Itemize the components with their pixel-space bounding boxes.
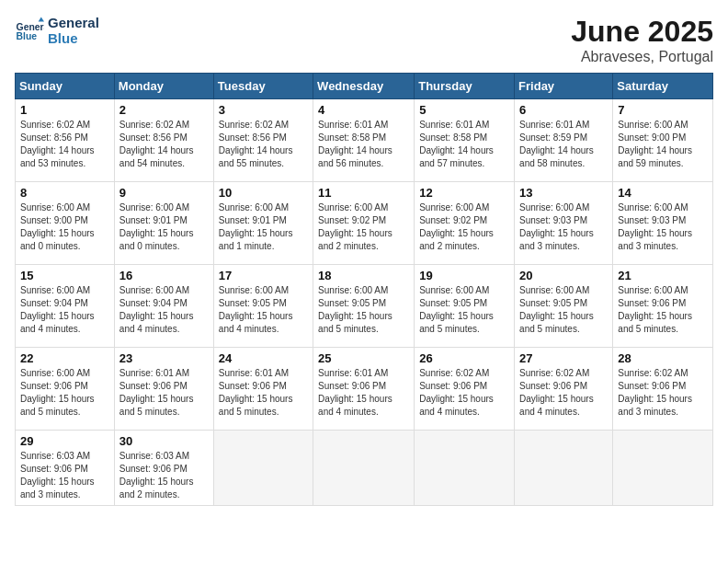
day-cell-20: 20Sunrise: 6:00 AMSunset: 9:05 PMDayligh… (515, 265, 613, 348)
day-number: 27 (519, 351, 608, 365)
day-cell-28: 28Sunrise: 6:02 AMSunset: 9:06 PMDayligh… (613, 348, 713, 431)
day-number: 26 (419, 351, 509, 365)
day-number: 21 (618, 269, 708, 282)
weekday-header-wednesday: Wednesday (313, 74, 415, 99)
day-info: Sunrise: 6:02 AMSunset: 8:56 PMDaylight:… (119, 119, 209, 170)
day-number: 7 (618, 103, 708, 117)
day-cell-27: 27Sunrise: 6:02 AMSunset: 9:06 PMDayligh… (515, 348, 613, 431)
day-number: 15 (20, 269, 109, 282)
day-info: Sunrise: 6:00 AMSunset: 9:05 PMDaylight:… (519, 284, 608, 336)
day-info: Sunrise: 6:00 AMSunset: 9:06 PMDaylight:… (20, 367, 109, 419)
weekday-header-friday: Friday (515, 74, 613, 99)
day-number: 18 (318, 269, 409, 282)
day-info: Sunrise: 6:02 AMSunset: 9:06 PMDaylight:… (618, 367, 708, 419)
day-number: 28 (618, 351, 708, 365)
day-info: Sunrise: 6:00 AMSunset: 9:04 PMDaylight:… (20, 284, 109, 336)
day-info: Sunrise: 6:00 AMSunset: 9:05 PMDaylight:… (318, 284, 409, 336)
day-info: Sunrise: 6:01 AMSunset: 8:58 PMDaylight:… (419, 119, 509, 170)
empty-cell (515, 431, 613, 506)
day-number: 4 (318, 103, 409, 117)
day-cell-15: 15Sunrise: 6:00 AMSunset: 9:04 PMDayligh… (16, 265, 115, 348)
day-info: Sunrise: 6:00 AMSunset: 9:00 PMDaylight:… (618, 119, 708, 170)
day-info: Sunrise: 6:00 AMSunset: 9:02 PMDaylight:… (419, 201, 509, 253)
day-number: 13 (519, 186, 608, 200)
day-cell-5: 5Sunrise: 6:01 AMSunset: 8:58 PMDaylight… (415, 99, 515, 182)
weekday-header-saturday: Saturday (613, 74, 713, 99)
day-info: Sunrise: 6:01 AMSunset: 9:06 PMDaylight:… (219, 367, 308, 419)
day-number: 3 (219, 103, 308, 117)
weekday-header-monday: Monday (114, 74, 213, 99)
day-cell-21: 21Sunrise: 6:00 AMSunset: 9:06 PMDayligh… (613, 265, 713, 348)
day-cell-11: 11Sunrise: 6:00 AMSunset: 9:02 PMDayligh… (313, 182, 415, 265)
day-info: Sunrise: 6:00 AMSunset: 9:04 PMDaylight:… (119, 284, 209, 336)
day-info: Sunrise: 6:00 AMSunset: 9:06 PMDaylight:… (618, 284, 708, 336)
day-cell-26: 26Sunrise: 6:02 AMSunset: 9:06 PMDayligh… (415, 348, 515, 431)
weekday-header-tuesday: Tuesday (213, 74, 313, 99)
day-cell-6: 6Sunrise: 6:01 AMSunset: 8:59 PMDaylight… (515, 99, 613, 182)
svg-marker-2 (39, 17, 44, 22)
day-number: 12 (419, 186, 509, 200)
svg-text:General: General (17, 22, 44, 32)
day-info: Sunrise: 6:02 AMSunset: 9:06 PMDaylight:… (519, 367, 608, 419)
day-number: 20 (519, 269, 608, 282)
week-row-4: 22Sunrise: 6:00 AMSunset: 9:06 PMDayligh… (16, 348, 713, 431)
day-info: Sunrise: 6:01 AMSunset: 9:06 PMDaylight:… (119, 367, 209, 419)
day-info: Sunrise: 6:03 AMSunset: 9:06 PMDaylight:… (119, 450, 209, 501)
day-number: 5 (419, 103, 509, 117)
day-number: 2 (119, 103, 209, 117)
day-number: 17 (219, 269, 308, 282)
day-number: 1 (20, 103, 109, 117)
day-number: 11 (318, 186, 409, 200)
day-cell-25: 25Sunrise: 6:01 AMSunset: 9:06 PMDayligh… (313, 348, 415, 431)
day-cell-19: 19Sunrise: 6:00 AMSunset: 9:05 PMDayligh… (415, 265, 515, 348)
day-number: 16 (119, 269, 209, 282)
day-info: Sunrise: 6:03 AMSunset: 9:06 PMDaylight:… (20, 450, 109, 501)
day-cell-12: 12Sunrise: 6:00 AMSunset: 9:02 PMDayligh… (415, 182, 515, 265)
day-number: 19 (419, 269, 509, 282)
day-number: 9 (119, 186, 209, 200)
logo-icon: General Blue (15, 16, 44, 45)
weekday-header-thursday: Thursday (415, 74, 515, 99)
empty-cell (613, 431, 713, 506)
empty-cell (415, 431, 515, 506)
week-row-5: 29Sunrise: 6:03 AMSunset: 9:06 PMDayligh… (16, 431, 713, 506)
day-cell-2: 2Sunrise: 6:02 AMSunset: 8:56 PMDaylight… (114, 99, 213, 182)
logo-blue: Blue (48, 30, 99, 46)
day-number: 30 (119, 434, 209, 448)
day-number: 6 (519, 103, 608, 117)
location-title: Abraveses, Portugal (571, 49, 713, 65)
day-info: Sunrise: 6:01 AMSunset: 8:59 PMDaylight:… (519, 119, 608, 170)
day-info: Sunrise: 6:02 AMSunset: 9:06 PMDaylight:… (419, 367, 509, 419)
day-cell-8: 8Sunrise: 6:00 AMSunset: 9:00 PMDaylight… (16, 182, 115, 265)
day-number: 22 (20, 351, 109, 365)
week-row-2: 8Sunrise: 6:00 AMSunset: 9:00 PMDaylight… (16, 182, 713, 265)
day-info: Sunrise: 6:00 AMSunset: 9:03 PMDaylight:… (618, 201, 708, 253)
day-number: 23 (119, 351, 209, 365)
week-row-3: 15Sunrise: 6:00 AMSunset: 9:04 PMDayligh… (16, 265, 713, 348)
logo: General Blue General Blue (15, 15, 99, 46)
day-number: 24 (219, 351, 308, 365)
day-cell-24: 24Sunrise: 6:01 AMSunset: 9:06 PMDayligh… (213, 348, 313, 431)
day-info: Sunrise: 6:00 AMSunset: 9:05 PMDaylight:… (419, 284, 509, 336)
day-info: Sunrise: 6:02 AMSunset: 8:56 PMDaylight:… (20, 119, 109, 170)
day-cell-14: 14Sunrise: 6:00 AMSunset: 9:03 PMDayligh… (613, 182, 713, 265)
day-info: Sunrise: 6:00 AMSunset: 9:01 PMDaylight:… (119, 201, 209, 253)
day-number: 8 (20, 186, 109, 200)
day-cell-23: 23Sunrise: 6:01 AMSunset: 9:06 PMDayligh… (114, 348, 213, 431)
day-number: 25 (318, 351, 409, 365)
day-number: 29 (20, 434, 109, 448)
day-info: Sunrise: 6:01 AMSunset: 8:58 PMDaylight:… (318, 119, 409, 170)
svg-text:Blue: Blue (17, 31, 38, 41)
day-info: Sunrise: 6:00 AMSunset: 9:00 PMDaylight:… (20, 201, 109, 253)
day-info: Sunrise: 6:00 AMSunset: 9:05 PMDaylight:… (219, 284, 308, 336)
day-info: Sunrise: 6:00 AMSunset: 9:01 PMDaylight:… (219, 201, 308, 253)
empty-cell (213, 431, 313, 506)
month-title: June 2025 (571, 15, 713, 49)
day-cell-7: 7Sunrise: 6:00 AMSunset: 9:00 PMDaylight… (613, 99, 713, 182)
day-cell-1: 1Sunrise: 6:02 AMSunset: 8:56 PMDaylight… (16, 99, 115, 182)
day-cell-18: 18Sunrise: 6:00 AMSunset: 9:05 PMDayligh… (313, 265, 415, 348)
day-cell-22: 22Sunrise: 6:00 AMSunset: 9:06 PMDayligh… (16, 348, 115, 431)
day-info: Sunrise: 6:01 AMSunset: 9:06 PMDaylight:… (318, 367, 409, 419)
calendar: SundayMondayTuesdayWednesdayThursdayFrid… (15, 73, 713, 506)
day-cell-3: 3Sunrise: 6:02 AMSunset: 8:56 PMDaylight… (213, 99, 313, 182)
